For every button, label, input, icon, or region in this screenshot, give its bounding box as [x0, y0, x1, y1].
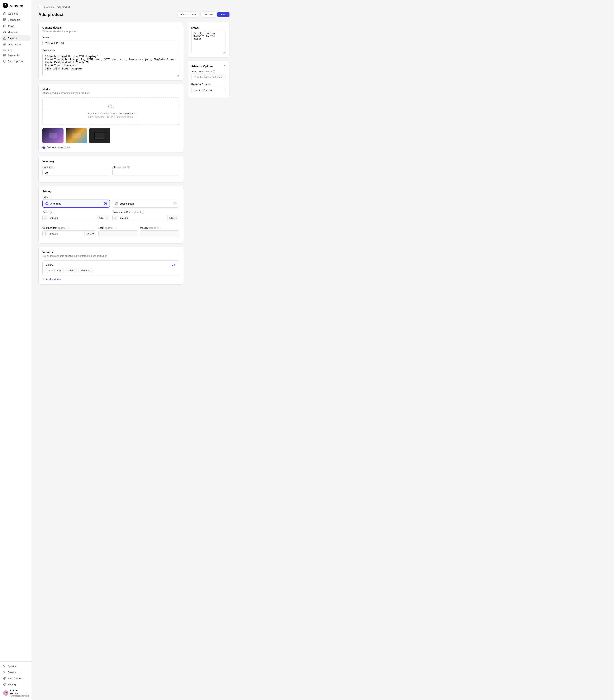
pricing-subscription-option[interactable]: Subscription — [112, 200, 179, 208]
browse-link[interactable]: click to browse — [119, 112, 135, 115]
sidebar: J Jumpstart Welcome Dashboard Tasks Mem — [0, 0, 32, 700]
sort-order-input[interactable] — [191, 74, 225, 80]
cost-input[interactable] — [48, 230, 85, 237]
revenue-type-label: Revenue Type i — [191, 83, 225, 86]
save-button[interactable]: Save — [217, 12, 229, 17]
user-email: kw@saaspatterns.io — [10, 695, 25, 697]
header-actions: Save as draft Discard Save — [177, 12, 229, 17]
home-icon — [3, 12, 6, 15]
pricing-title: Pricing — [42, 190, 179, 193]
settings-icon — [3, 683, 6, 686]
sidebar-label-tasks: Tasks — [8, 25, 14, 27]
price-info-icon: i — [49, 211, 52, 214]
profit-info-icon: i — [114, 227, 116, 229]
sidebar-item-integrations[interactable]: Integrations — [1, 41, 30, 47]
compare-price-input[interactable] — [118, 215, 167, 221]
compare-info-icon: i — [142, 211, 144, 214]
one-time-radio — [104, 202, 107, 205]
user-name: Kristin Watson — [10, 689, 25, 695]
variants-title: Variants — [42, 251, 179, 254]
sidebar-item-payments[interactable]: Payments — [1, 52, 30, 58]
sidebar-item-help[interactable]: Help Centre — [1, 675, 30, 681]
pricing-one-time-option[interactable]: One-Time — [42, 200, 110, 208]
svg-rect-24 — [95, 133, 105, 138]
cost-currency-selector[interactable]: USD — [85, 231, 96, 237]
notes-textarea[interactable] — [191, 30, 225, 53]
description-label: Description — [42, 49, 179, 52]
sort-order-label: Sort Order optional i — [191, 70, 225, 73]
subscription-radio — [174, 202, 176, 205]
sidebar-item-tasks[interactable]: Tasks — [1, 23, 30, 29]
colors-label: Colors — [46, 263, 53, 266]
subscription-label: Subscription — [115, 202, 134, 205]
sidebar-item-members[interactable]: Members — [1, 29, 30, 35]
quantity-label: Quantity i — [42, 166, 109, 168]
sidebar-item-subscriptions[interactable]: Subscriptions — [1, 58, 30, 64]
compare-currency-selector[interactable]: USD — [167, 215, 179, 221]
compare-optional: optional — [133, 211, 141, 214]
svg-rect-1 — [5, 18, 6, 20]
sidebar-item-activity[interactable]: Activity — [1, 663, 30, 669]
cost-info-icon: i — [67, 227, 70, 229]
profit-value: -- — [98, 230, 138, 237]
product-description-textarea[interactable] — [42, 53, 179, 76]
content-main: General details Write details about your… — [38, 22, 184, 288]
advance-options-header: Advance Options ⌃ — [191, 65, 225, 68]
user-info: Kristin Watson kw@saaspatterns.io — [10, 689, 25, 697]
sidebar-bottom: Activity Search Help Centre Settings KW … — [0, 661, 32, 700]
main-content: ← products › add product Add product Sav… — [32, 0, 614, 700]
price-currency-selector[interactable]: USD — [97, 215, 109, 221]
pricing-type-label: Type i — [42, 196, 179, 198]
colors-list: Space Grey White Midnight — [46, 268, 176, 273]
sidebar-label-help: Help Centre — [8, 677, 22, 680]
users-icon — [3, 30, 6, 34]
sidebar-item-settings[interactable]: Settings — [1, 682, 30, 687]
color-tag-space-grey: Space Grey — [46, 268, 64, 273]
advance-options-title: Advance Options — [191, 65, 213, 68]
profit-label: Profit optional i — [98, 226, 138, 229]
refresh-icon — [3, 60, 6, 63]
price-input[interactable] — [48, 215, 97, 221]
bar-chart-icon — [3, 37, 6, 40]
sidebar-label-search: Search — [8, 671, 16, 674]
general-details-title: General details — [42, 26, 179, 29]
media-dropzone[interactable]: Drop your document here, or click to bro… — [42, 98, 179, 125]
user-more-button[interactable]: ··· — [26, 691, 29, 695]
variants-card: Variants List all the available options.… — [38, 247, 184, 285]
add-variants-button[interactable]: Add variants — [42, 276, 179, 280]
sidebar-nav: Welcome Dashboard Tasks Members Reports — [0, 10, 32, 661]
color-tag-midnight: Midnight — [78, 268, 93, 273]
dropzone-text: Drop your document here, or click to bro… — [47, 112, 175, 115]
sku-input[interactable] — [112, 170, 179, 176]
sidebar-label-subscriptions: Subscriptions — [8, 60, 23, 63]
cost-optional: optional — [58, 227, 66, 229]
radio-dot-inner — [43, 147, 45, 148]
edit-colors-link[interactable]: Edit — [172, 263, 176, 266]
page-title: Add product — [38, 12, 63, 17]
breadcrumb-parent[interactable]: products — [44, 5, 54, 9]
product-name-input[interactable] — [42, 40, 179, 46]
discard-button[interactable]: Discard — [201, 12, 216, 17]
one-time-label: One-Time — [45, 202, 61, 205]
notes-title: Notes — [191, 26, 225, 29]
save-draft-button[interactable]: Save as draft — [177, 12, 199, 17]
upload-icon — [47, 104, 175, 111]
sidebar-item-search[interactable]: Search — [1, 669, 30, 675]
svg-rect-9 — [5, 37, 6, 39]
sidebar-item-welcome[interactable]: Welcome — [1, 11, 30, 16]
user-profile[interactable]: KW Kristin Watson kw@saaspatterns.io ··· — [1, 688, 30, 699]
link-icon — [3, 43, 6, 46]
media-subtitle: Attach good quality photos of your produ… — [42, 91, 179, 95]
sidebar-item-dashboard[interactable]: Dashboard — [1, 17, 30, 23]
cover-photo-row: Set as a cover photo — [42, 146, 179, 149]
margin-value: -- — [140, 230, 179, 237]
sidebar-item-reports[interactable]: Reports — [1, 35, 30, 41]
back-button[interactable]: ← — [38, 4, 43, 9]
advance-options-toggle[interactable]: ⌃ — [224, 65, 225, 67]
cover-photo-radio[interactable] — [42, 146, 46, 149]
compare-dollar-prefix: $ — [113, 215, 118, 221]
sort-order-info-icon: i — [213, 70, 215, 73]
quantity-input[interactable] — [42, 170, 109, 176]
revenue-type-input[interactable] — [191, 87, 225, 93]
name-label: Name — [42, 36, 179, 39]
